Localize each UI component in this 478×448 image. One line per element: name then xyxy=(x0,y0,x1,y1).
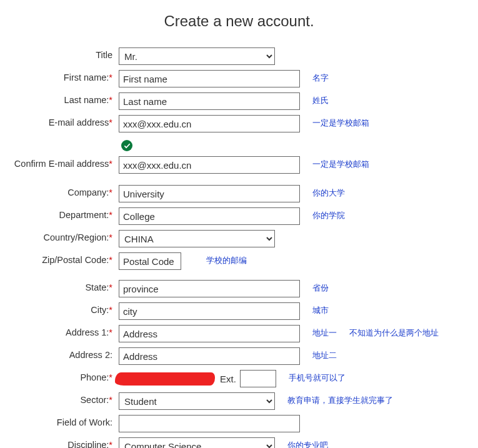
title-select[interactable]: Mr. xyxy=(119,47,275,65)
label-last-name: Last name:* xyxy=(6,92,119,105)
ext-label: Ext. xyxy=(220,374,236,384)
row-phone: Phone:* Ext. 手机号就可以了 xyxy=(6,370,472,387)
hint-sector: 教育申请，直接学生就完事了 xyxy=(275,392,393,406)
label-department: Department:* xyxy=(6,207,119,220)
extra-hint-address1: 不知道为什么是两个地址 xyxy=(337,325,439,339)
state-input[interactable] xyxy=(119,280,300,297)
hint-department: 你的学院 xyxy=(300,207,345,221)
row-country: Country/Region:* CHINA xyxy=(6,230,472,247)
label-first-name: First name:* xyxy=(6,70,119,82)
row-field-of-work: Field of Work: xyxy=(6,415,472,432)
label-sector: Sector:* xyxy=(6,392,119,405)
row-company: Company:* 你的大学 xyxy=(6,185,472,202)
label-company: Company:* xyxy=(6,185,119,197)
label-confirm-email: Confirm E-mail address* xyxy=(6,156,119,169)
discipline-select[interactable]: Computer Science xyxy=(119,437,275,448)
first-name-input[interactable] xyxy=(119,70,300,87)
zip-input[interactable] xyxy=(119,252,181,270)
hint-last-name: 姓氏 xyxy=(300,92,329,106)
label-field-of-work: Field of Work: xyxy=(6,415,119,427)
row-zip: Zip/Postal Code:* 学校的邮编 xyxy=(6,252,472,270)
company-input[interactable] xyxy=(119,185,300,202)
hint-confirm-email: 一定是学校邮箱 xyxy=(300,156,369,170)
label-country: Country/Region:* xyxy=(6,230,119,242)
row-sector: Sector:* Student 教育申请，直接学生就完事了 xyxy=(6,392,472,410)
row-discipline: Discipline:* Computer Science 你的专业吧 xyxy=(6,437,472,448)
country-select[interactable]: CHINA xyxy=(119,230,275,247)
sector-select[interactable]: Student xyxy=(119,392,275,410)
hint-state: 省份 xyxy=(300,280,329,294)
field-of-work-input[interactable] xyxy=(119,415,300,432)
row-first-name: First name:* 名字 xyxy=(6,70,472,87)
row-department: Department:* 你的学院 xyxy=(6,207,472,225)
department-input[interactable] xyxy=(119,207,300,225)
row-email-valid xyxy=(6,137,472,151)
row-address1: Address 1:* 地址一 不知道为什么是两个地址 xyxy=(6,325,472,342)
row-city: City:* 城市 xyxy=(6,302,472,320)
email-input[interactable] xyxy=(119,115,300,132)
phone-ext-input[interactable] xyxy=(240,370,276,387)
row-last-name: Last name:* 姓氏 xyxy=(6,92,472,110)
last-name-input[interactable] xyxy=(119,92,300,110)
hint-email: 一定是学校邮箱 xyxy=(300,115,369,129)
confirm-email-input[interactable] xyxy=(119,156,300,174)
hint-first-name: 名字 xyxy=(300,70,329,84)
hint-phone: 手机号就可以了 xyxy=(276,370,346,384)
hint-discipline: 你的专业吧 xyxy=(275,437,328,448)
phone-redacted-icon xyxy=(119,371,212,387)
hint-address1: 地址一 xyxy=(300,325,337,339)
row-confirm-email: Confirm E-mail address* 一定是学校邮箱 xyxy=(6,156,472,174)
label-address2: Address 2: xyxy=(6,347,119,360)
hint-city: 城市 xyxy=(300,302,329,316)
hint-company: 你的大学 xyxy=(300,185,345,199)
label-state: State:* xyxy=(6,280,119,292)
page-title: Create a new account. xyxy=(6,12,472,30)
row-address2: Address 2: 地址二 xyxy=(6,347,472,365)
label-title: Title xyxy=(6,47,119,60)
label-city: City:* xyxy=(6,302,119,315)
address1-input[interactable] xyxy=(119,325,300,342)
check-icon xyxy=(121,140,132,151)
city-input[interactable] xyxy=(119,302,300,320)
label-discipline: Discipline:* xyxy=(6,437,119,448)
label-phone: Phone:* xyxy=(6,370,119,382)
label-zip: Zip/Postal Code:* xyxy=(6,252,119,265)
hint-zip: 学校的邮编 xyxy=(181,252,247,266)
address2-input[interactable] xyxy=(119,347,300,365)
row-state: State:* 省份 xyxy=(6,280,472,297)
row-email: E-mail address* 一定是学校邮箱 xyxy=(6,115,472,132)
label-email: E-mail address* xyxy=(6,115,119,127)
hint-address2: 地址二 xyxy=(300,347,337,361)
label-address1: Address 1:* xyxy=(6,325,119,337)
row-title: Title Mr. xyxy=(6,47,472,65)
